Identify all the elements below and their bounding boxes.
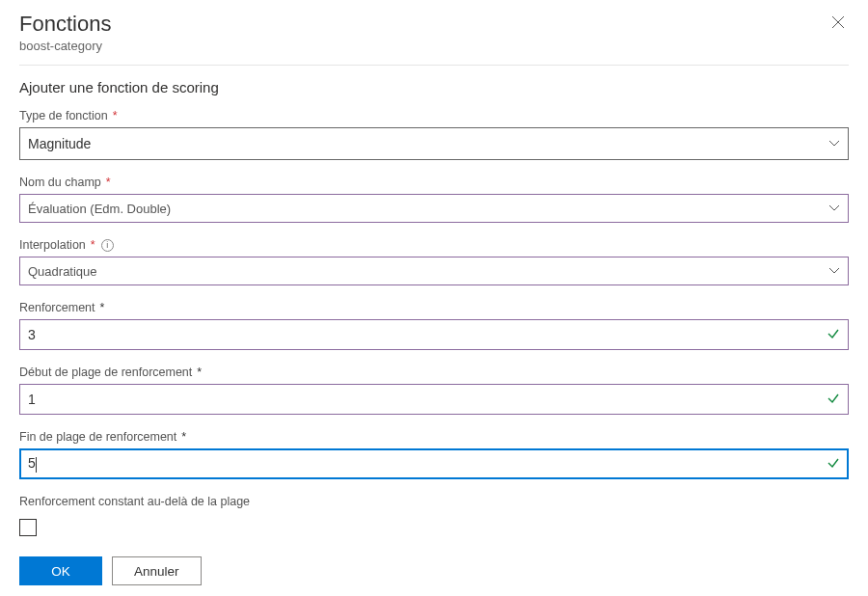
range-end-label: Fin de plage de renforcement * [19,430,849,444]
interpolation-select[interactable]: Quadratique [19,257,849,285]
field-name-label: Nom du champ* [19,176,849,189]
boost-value: 3 [28,327,827,342]
ok-button[interactable]: OK [19,556,102,585]
required-indicator: * [106,176,111,189]
field-name-value: Évaluation (Edm. Double) [28,202,171,216]
range-start-label: Début de plage de renforcement * [19,366,849,379]
chevron-down-icon [828,203,840,214]
interpolation-label: Interpolation * i [19,238,849,252]
function-type-label: Type de fonction* [19,109,849,122]
required-indicator: * [197,366,202,379]
range-start-input[interactable]: 1 [19,384,849,415]
required-indicator: * [181,430,186,444]
info-icon[interactable]: i [101,239,114,252]
boost-label: Renforcement * [19,301,849,314]
constant-beyond-checkbox[interactable] [19,519,37,536]
chevron-down-icon [828,265,840,277]
checkmark-icon [827,456,840,473]
cancel-button[interactable]: Annuler [112,556,202,585]
field-name-select[interactable]: Évaluation (Edm. Double) [19,194,849,223]
required-indicator: * [100,301,105,314]
close-button[interactable] [827,12,849,36]
close-icon [831,15,845,29]
section-title: Ajouter une fonction de scoring [19,79,849,95]
chevron-down-icon [828,138,840,149]
range-end-value: 5 [28,455,827,472]
function-type-select[interactable]: Magnitude [19,127,849,160]
required-indicator: * [113,109,118,122]
checkmark-icon [827,392,840,408]
function-type-value: Magnitude [28,136,91,151]
breadcrumb-subtitle: boost-category [19,39,827,53]
boost-input[interactable]: 3 [19,319,849,350]
required-indicator: * [91,238,95,252]
constant-beyond-label: Renforcement constant au-delà de la plag… [19,495,849,508]
range-end-input[interactable]: 5 [19,448,849,479]
page-title: Fonctions [19,12,827,37]
checkmark-icon [827,327,840,343]
interpolation-value: Quadratique [28,264,97,279]
range-start-value: 1 [28,392,827,407]
divider [19,65,849,66]
